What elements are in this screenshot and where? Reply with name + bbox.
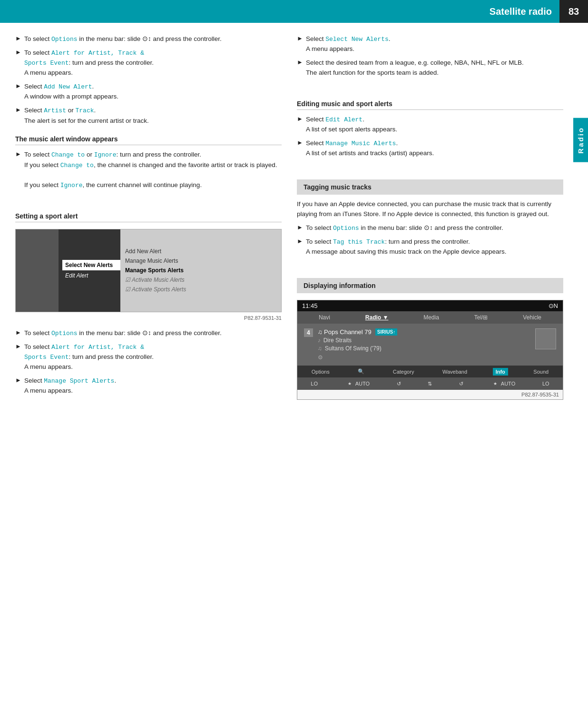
- nav-item-navi[interactable]: Navi: [316, 313, 333, 322]
- bullet-arrow: ►: [297, 238, 303, 245]
- sirius-badge: SIRIUS↑: [375, 328, 397, 336]
- menu-right-manage-sports[interactable]: Manage Sports Alerts: [125, 266, 276, 275]
- bullet-text: To select Change to or Ignore: turn and …: [24, 150, 277, 190]
- bullet-edit-alert: ► Select Edit Alert.A list of set sport …: [297, 115, 563, 135]
- inline-code: Ignore: [60, 182, 83, 189]
- bullet-text: Select Select New Alerts.A menu appears.: [306, 34, 391, 54]
- bullet-desired-team: ► Select the desired team from a league,…: [297, 58, 563, 78]
- radio-content: 4 ♫ Pops Channel 79 SIRIUS↑ ♪ Dire Strai…: [297, 324, 563, 366]
- bullet-arrow: ►: [15, 150, 21, 158]
- right-column: ► Select Select New Alerts.A menu appear…: [297, 34, 563, 400]
- menu-right-activate-sports[interactable]: ☑ Activate Sports Alerts: [125, 285, 276, 294]
- bullet-options-2: ► To select Options in the menu bar: sli…: [15, 328, 282, 338]
- menu-right-add-new-alert[interactable]: Add New Alert: [125, 247, 276, 256]
- inline-code: Manage Music Alerts: [325, 140, 396, 147]
- bullet-arrow: ►: [297, 139, 303, 146]
- radio-status-bar: 11:45 ⊙N: [297, 300, 563, 311]
- bullet-arrow: ►: [15, 343, 21, 350]
- bullet-text: Select Manage Sport Alerts.A menu appear…: [24, 376, 116, 396]
- tagging-music-tracks-box: Tagging music tracks: [297, 179, 563, 195]
- channel-name: ♫ Pops Channel 79: [318, 328, 372, 336]
- settings-icon: ⚙: [318, 354, 323, 361]
- footer-waveband[interactable]: Waveband: [440, 368, 470, 376]
- bullet-text: Select Add New Alert.A window with a pro…: [24, 82, 118, 102]
- inline-code: Alert for Artist, Track &Sports Event: [24, 50, 144, 67]
- bullet-text: Select Edit Alert.A list of set sport al…: [306, 115, 397, 135]
- footer-sound[interactable]: Sound: [530, 368, 551, 376]
- main-content: ► To select Options in the menu bar: sli…: [0, 23, 588, 411]
- page-header: Satellite radio 83: [0, 0, 588, 23]
- footer-arrow2: ⇅: [425, 380, 435, 388]
- bullet-arrow: ►: [15, 82, 21, 89]
- radio-display: 11:45 ⊙N Navi Radio ▼ Media Tel/⊞ Vehicl…: [297, 300, 563, 400]
- bullet-artist-track: ► Select Artist or Track.The alert is se…: [15, 106, 282, 126]
- radio-status-icon: ⊙N: [549, 302, 558, 309]
- inline-code: Manage Sport Alerts: [44, 377, 114, 385]
- radio-sidebar-tab: Radio: [573, 118, 588, 162]
- displaying-info-title: Displaying information: [304, 282, 557, 289]
- menu-image-ref: P82.87-9531-31: [15, 315, 282, 321]
- radio-nav-bar: Navi Radio ▼ Media Tel/⊞ Vehicle: [297, 311, 563, 324]
- menu-right-activate-music[interactable]: ☑ Activate Music Alerts: [125, 275, 276, 285]
- section-heading-sport-alert: Setting a sport alert: [15, 212, 282, 222]
- inline-code: Edit Alert: [325, 116, 363, 123]
- bullet-alert-artist-2: ► To select Alert for Artist, Track &Spo…: [15, 342, 282, 372]
- menu-center-panel: Select New Alerts Edit Alert: [59, 229, 120, 312]
- nav-item-vehicle[interactable]: Vehicle: [520, 313, 544, 322]
- bullet-arrow: ►: [297, 224, 303, 231]
- footer-auto-right[interactable]: ★AUTO: [488, 379, 518, 388]
- bullet-add-new-alert: ► Select Add New Alert.A window with a p…: [15, 82, 282, 102]
- nav-item-radio[interactable]: Radio ▼: [363, 313, 392, 322]
- inline-code: Change to: [60, 162, 94, 169]
- options-icon-row: ⚙: [318, 354, 530, 361]
- inline-code: Change to: [51, 151, 85, 158]
- bullet-arrow: ►: [15, 376, 21, 384]
- page-number: 83: [559, 0, 588, 23]
- radio-display-ref: P82.87-9535-31: [297, 390, 563, 399]
- bullet-text: To select Options in the menu bar: slide…: [24, 34, 222, 44]
- menu-item-edit-alert[interactable]: Edit Alert: [62, 270, 120, 281]
- bullet-options-tag: ► To select Options in the menu bar: sli…: [297, 223, 563, 233]
- menu-left-dark-panel: [16, 229, 59, 312]
- footer-category[interactable]: Category: [390, 368, 417, 376]
- menu-right-manage-music[interactable]: Manage Music Alerts: [125, 256, 276, 266]
- inline-code: Add New Alert: [44, 83, 92, 90]
- radio-channel-info: ♫ Pops Channel 79 SIRIUS↑ ♪ Dire Straits…: [318, 328, 530, 361]
- footer-options[interactable]: Options: [309, 368, 333, 376]
- footer-lo-left: LO: [308, 380, 321, 387]
- footer-arrow1: ↺: [394, 380, 404, 388]
- footer-auto-left[interactable]: ★AUTO: [342, 379, 372, 388]
- bullet-arrow: ►: [15, 329, 21, 336]
- inline-code: Track: [75, 107, 94, 114]
- bullet-alert-artist: ► To select Alert for Artist, Track &Spo…: [15, 48, 282, 78]
- bullet-options-1: ► To select Options in the menu bar: sli…: [15, 34, 282, 44]
- footer-search-icon[interactable]: 🔍: [355, 367, 367, 376]
- footer-info[interactable]: Info: [493, 368, 508, 376]
- bullet-text: To select Tag this Track: turn and press…: [306, 237, 507, 257]
- bullet-text: To select Options in the menu bar: slide…: [24, 328, 222, 338]
- radio-time: 11:45: [302, 302, 318, 309]
- tagging-body-text: If you have an Apple device connected, y…: [297, 199, 563, 219]
- footer-lo-right: LO: [539, 380, 552, 387]
- nav-item-tel[interactable]: Tel/⊞: [471, 313, 491, 322]
- radio-channel-number-badge: 4: [304, 328, 313, 337]
- inline-code: Ignore: [94, 151, 117, 158]
- bullet-select-new-alerts: ► Select Select New Alerts.A menu appear…: [297, 34, 563, 54]
- bullet-text: Select the desired team from a league, e…: [306, 58, 524, 78]
- bullet-arrow: ►: [15, 35, 21, 42]
- track-note-icon: ♫: [318, 345, 322, 352]
- menu-item-select-new-alerts[interactable]: Select New Alerts: [62, 260, 120, 270]
- inline-code: Options: [333, 225, 359, 232]
- bullet-manage-sport: ► Select Manage Sport Alerts.A menu appe…: [15, 376, 282, 396]
- tagging-box-title: Tagging music tracks: [304, 183, 557, 191]
- displaying-info-box: Displaying information: [297, 278, 563, 293]
- bullet-arrow: ►: [297, 35, 303, 42]
- bullet-arrow: ►: [297, 115, 303, 122]
- page-title: Satellite radio: [0, 6, 559, 17]
- bullet-tag-track: ► To select Tag this Track: turn and pre…: [297, 237, 563, 257]
- bullet-text: Select Manage Music Alerts.A list of set…: [306, 139, 434, 158]
- music-note-icon: ♪: [318, 337, 321, 344]
- section-heading-editing: Editing music and sport alerts: [297, 100, 563, 110]
- nav-item-media[interactable]: Media: [421, 313, 442, 322]
- section-heading-music-alert: The music alert window appears: [15, 135, 282, 145]
